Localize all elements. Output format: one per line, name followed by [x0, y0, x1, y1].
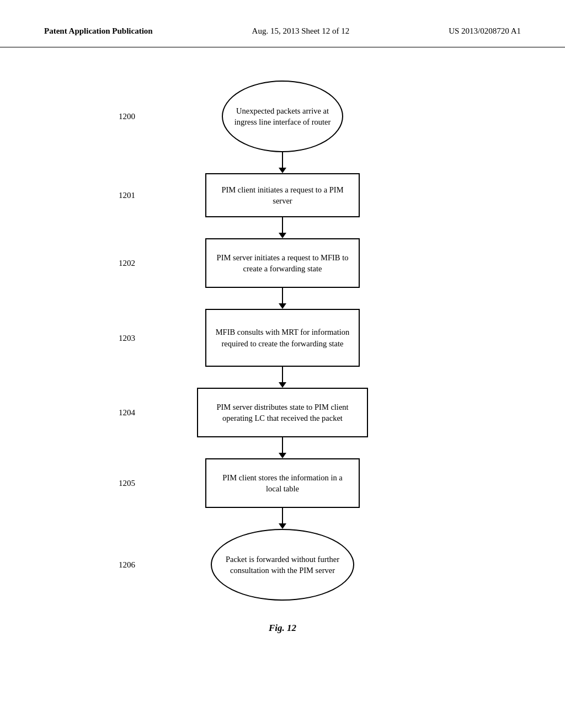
flow-row-1203: 1203 MFIB consults with MRT for informat…	[33, 309, 532, 367]
page: Patent Application Publication Aug. 15, …	[0, 0, 565, 728]
arrow-1203-1204	[33, 367, 532, 388]
date-sheet-label: Aug. 15, 2013 Sheet 12 of 12	[252, 26, 350, 36]
diagram-area: 1200 Unexpected packets arrive at ingres…	[0, 47, 565, 656]
arrow-1205-1206	[33, 508, 532, 529]
label-1203: 1203	[119, 333, 135, 342]
node-1206: Packet is forwarded without further cons…	[211, 529, 354, 601]
label-1204: 1204	[119, 408, 135, 417]
arrow-1201-1202	[33, 217, 532, 238]
label-1206: 1206	[119, 560, 135, 570]
flow-row-1205: 1205 PIM client stores the information i…	[33, 458, 532, 508]
label-1205: 1205	[119, 479, 135, 488]
figure-caption: Fig. 12	[269, 623, 296, 634]
patent-number-label: US 2013/0208720 A1	[449, 26, 521, 36]
node-1203: MFIB consults with MRT for information r…	[205, 309, 360, 367]
arrow-1204-1205	[33, 437, 532, 458]
label-1200: 1200	[119, 112, 135, 121]
page-header: Patent Application Publication Aug. 15, …	[0, 0, 565, 47]
publication-label: Patent Application Publication	[44, 26, 153, 36]
flow-row-1206: 1206 Packet is forwarded without further…	[33, 529, 532, 601]
label-1202: 1202	[119, 259, 135, 268]
flow-row-1200: 1200 Unexpected packets arrive at ingres…	[33, 81, 532, 152]
node-1202: PIM server initiates a request to MFIB t…	[205, 238, 360, 288]
node-1200: Unexpected packets arrive at ingress lin…	[222, 81, 343, 152]
label-1201: 1201	[119, 191, 135, 200]
arrow-1202-1203	[33, 288, 532, 309]
flow-row-1202: 1202 PIM server initiates a request to M…	[33, 238, 532, 288]
node-1204: PIM server distributes state to PIM clie…	[197, 388, 368, 437]
arrow-1200-1201	[33, 152, 532, 173]
node-1201: PIM client initiates a request to a PIM …	[205, 173, 360, 217]
node-1205: PIM client stores the information in a l…	[205, 458, 360, 508]
flow-row-1204: 1204 PIM server distributes state to PIM…	[33, 388, 532, 437]
flow-diagram: 1200 Unexpected packets arrive at ingres…	[33, 81, 532, 601]
flow-row-1201: 1201 PIM client initiates a request to a…	[33, 173, 532, 217]
